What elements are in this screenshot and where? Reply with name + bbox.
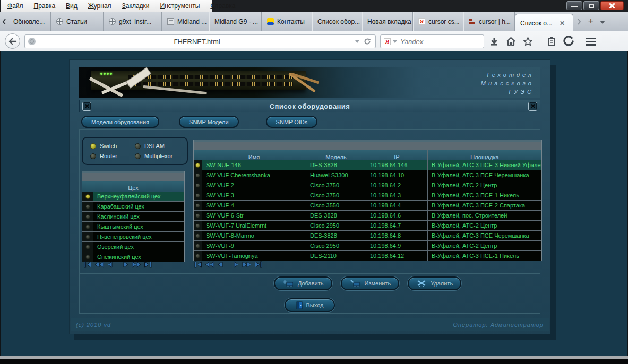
tab-stati[interactable]: Статьи: [51, 12, 104, 31]
menu-help[interactable]: Справка: [210, 2, 235, 10]
table-row[interactable]: SW-VUF-4: [202, 201, 306, 210]
workshop-radio[interactable]: [82, 192, 93, 201]
back-button[interactable]: [5, 33, 20, 49]
row-radio[interactable]: [194, 170, 202, 180]
download-icon[interactable]: [489, 37, 499, 46]
close-panel-right-button[interactable]: [528, 102, 537, 111]
pager-fast-prev-icon[interactable]: [205, 261, 214, 268]
pager-last-icon[interactable]: [144, 261, 152, 268]
url-input[interactable]: [39, 38, 355, 46]
table-row[interactable]: SW-VUF-8-Marmo: [202, 231, 306, 240]
workshop-radio[interactable]: [82, 212, 93, 221]
search-bar[interactable]: Я: [380, 34, 484, 48]
list-item[interactable]: Верхнеуфалейский цех: [93, 192, 184, 201]
tab-midland[interactable]: Midland ...: [162, 12, 209, 31]
radio-dot-icon: [90, 143, 96, 149]
pager-next-icon[interactable]: [123, 261, 129, 268]
table-row[interactable]: SW-NUF-146: [202, 160, 306, 170]
pager-first-icon[interactable]: [84, 261, 92, 268]
url-bar[interactable]: [24, 34, 376, 48]
workshop-radio[interactable]: [82, 202, 93, 211]
tab-cursor-cs[interactable]: Яcursor cs...: [413, 12, 463, 31]
tab-scroll-left-icon[interactable]: [0, 12, 8, 31]
pager-first-icon[interactable]: [194, 261, 202, 268]
window-titlebar: Файл Правка Вид Журнал Закладки Инструме…: [0, 0, 628, 12]
sync-ring-icon[interactable]: [563, 36, 574, 47]
close-panel-left-button[interactable]: [82, 102, 91, 111]
tab-kontakty[interactable]: Контакты: [262, 12, 312, 31]
bookmark-star-icon[interactable]: [523, 37, 533, 46]
table-row[interactable]: SW-VUF-9: [202, 241, 306, 250]
tab-midland-g9[interactable]: Midland G9 - ...: [209, 12, 262, 31]
menu-view[interactable]: Вид: [66, 2, 78, 10]
list-item[interactable]: Кыштымский цех: [93, 222, 184, 231]
search-input[interactable]: [397, 38, 495, 46]
pager-next-icon[interactable]: [233, 261, 239, 268]
workshop-radio[interactable]: [82, 242, 93, 252]
delete-button[interactable]: Удалить: [408, 276, 461, 290]
home-icon[interactable]: [506, 37, 516, 46]
add-button[interactable]: Добавить: [274, 276, 332, 290]
row-radio[interactable]: [194, 201, 202, 210]
engine-dropdown-icon[interactable]: [393, 40, 397, 43]
list-item[interactable]: Нязепетровский цех: [93, 232, 184, 241]
hamburger-menu-icon[interactable]: [586, 38, 596, 46]
table-row[interactable]: SW-VUF-2: [202, 180, 306, 190]
clipboard-icon[interactable]: [547, 37, 556, 46]
radio-dslam[interactable]: DSLAM: [135, 143, 179, 149]
menu-bookmarks[interactable]: Закладки: [122, 2, 150, 10]
pager-fast-next-icon[interactable]: [242, 261, 252, 268]
row-radio[interactable]: [194, 231, 202, 240]
row-radio[interactable]: [194, 160, 202, 170]
nav-snmp-models-button[interactable]: SNMP Модели: [179, 116, 239, 128]
nav-snmp-oids-button[interactable]: SNMP OIDs: [266, 116, 318, 128]
radio-multiplexor[interactable]: Multiplexor: [135, 153, 179, 159]
table-row[interactable]: SW-VUF-7 UralElemrnt: [202, 221, 306, 230]
menu-history[interactable]: Журнал: [88, 2, 111, 10]
reload-icon[interactable]: [364, 38, 371, 45]
tab-spisok-active[interactable]: Список о...✕: [515, 14, 573, 31]
radio-router[interactable]: Router: [90, 153, 135, 159]
row-radio[interactable]: [194, 221, 202, 230]
close-button[interactable]: [600, 1, 624, 10]
workshop-radio[interactable]: [82, 222, 93, 231]
tab-list-dropdown-icon[interactable]: [597, 12, 608, 31]
tab-spisok-obor[interactable]: Список обор...: [312, 12, 362, 31]
tab-cursor-h[interactable]: cursor | h...: [463, 12, 515, 31]
exit-label: Выход: [306, 302, 324, 308]
menu-edit[interactable]: Правка: [34, 2, 56, 10]
pager-prev-icon[interactable]: [107, 261, 113, 268]
table-row[interactable]: SW-VUF-3: [202, 190, 306, 200]
yandex-engine-icon[interactable]: Я: [384, 38, 391, 45]
workshop-radio[interactable]: [82, 232, 93, 241]
edit-label: Изменить: [365, 280, 391, 287]
edit-button[interactable]: Изменить: [341, 276, 400, 290]
exit-button[interactable]: Выход: [285, 298, 335, 312]
url-dropdown-icon[interactable]: [355, 40, 359, 43]
pager-prev-icon[interactable]: [217, 261, 223, 268]
list-item[interactable]: Карабашский цех: [93, 202, 184, 211]
row-radio[interactable]: [194, 180, 202, 190]
pager-last-icon[interactable]: [254, 261, 262, 268]
list-item[interactable]: Каслинский цех: [93, 212, 184, 221]
new-tab-button[interactable]: +: [585, 12, 597, 31]
pager-fast-prev-icon[interactable]: [94, 261, 104, 268]
row-radio[interactable]: [194, 190, 202, 200]
menu-file[interactable]: Файл: [7, 2, 23, 10]
nav-models-button[interactable]: Модели обрудования: [81, 116, 159, 128]
row-radio[interactable]: [194, 241, 202, 250]
table-row[interactable]: SW-VUF-6-Str: [202, 211, 306, 220]
radio-switch[interactable]: Switch: [90, 143, 135, 149]
tab-obnovle[interactable]: Обновле...: [8, 12, 51, 31]
menu-tools[interactable]: Инструменты: [160, 2, 200, 10]
minimize-button[interactable]: [566, 1, 582, 10]
tab-new-tab[interactable]: Новая вкладка: [362, 12, 413, 31]
tab-scroll-right-icon[interactable]: [573, 12, 585, 31]
tab-close-icon[interactable]: ✕: [560, 20, 565, 27]
row-radio[interactable]: [194, 211, 202, 220]
maximize-button[interactable]: [583, 1, 599, 10]
pager-fast-next-icon[interactable]: [132, 261, 141, 268]
list-item[interactable]: Озерский цех: [93, 242, 184, 252]
tab-g9xt[interactable]: g9xt_instr...: [104, 12, 162, 31]
table-row[interactable]: SW-VUF Cheremshanka: [202, 170, 306, 180]
